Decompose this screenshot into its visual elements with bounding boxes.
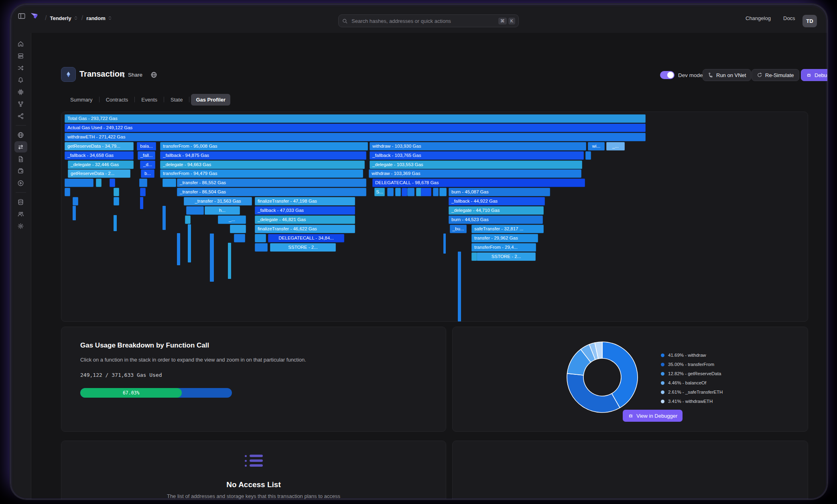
flame-bar[interactable]: transferFrom - 95,008 Gas bbox=[160, 142, 368, 150]
sidebar-item-fork[interactable] bbox=[14, 98, 27, 110]
flame-bar[interactable] bbox=[433, 188, 439, 196]
tenderly-logo-icon[interactable] bbox=[30, 11, 39, 22]
flame-bar[interactable]: _fallback - 47,033 Gas bbox=[255, 206, 355, 215]
flame-bar[interactable] bbox=[185, 215, 191, 224]
sidebar-item-globe[interactable] bbox=[14, 129, 27, 140]
tab-contracts[interactable]: Contracts bbox=[101, 94, 133, 106]
sidebar-item-users[interactable] bbox=[14, 208, 27, 219]
flame-bar[interactable]: bala... bbox=[137, 142, 156, 150]
sidebar-item-gear[interactable] bbox=[14, 220, 27, 232]
tab-state[interactable]: State bbox=[166, 94, 187, 106]
breadcrumb-project[interactable]: random bbox=[86, 15, 106, 21]
flame-bar[interactable]: _delegate - 94,663 Gas bbox=[160, 161, 365, 169]
flame-tail[interactable] bbox=[177, 233, 180, 265]
sidebar-toggle-button[interactable] bbox=[18, 12, 26, 22]
flame-bar[interactable]: burn - 45,087 Gas bbox=[449, 188, 550, 196]
flame-bar[interactable] bbox=[439, 188, 447, 196]
flame-bar[interactable]: _delegate - 32,446 Gas bbox=[68, 161, 134, 169]
run-on-vnet-button[interactable]: Run on VNet bbox=[703, 69, 751, 81]
flame-bar[interactable] bbox=[255, 243, 268, 252]
flame-bar[interactable] bbox=[163, 179, 176, 187]
flame-bar[interactable]: SSTORE - 2... bbox=[477, 252, 536, 261]
flame-bar[interactable]: _... bbox=[606, 142, 625, 150]
flame-bar[interactable]: transferFrom - 94,479 Gas bbox=[160, 169, 363, 178]
flame-bar[interactable]: _transfer - 31,563 Gas bbox=[184, 197, 252, 205]
network-globe-button[interactable] bbox=[150, 71, 157, 80]
flame-bar[interactable]: withdrawETH - 271,422 Gas bbox=[65, 133, 646, 141]
dev-mode-toggle[interactable] bbox=[660, 71, 674, 79]
flame-bar[interactable]: b... bbox=[141, 169, 154, 178]
sidebar-item-file-code[interactable] bbox=[14, 153, 27, 165]
flame-bar[interactable] bbox=[110, 179, 115, 187]
share-button[interactable]: Share bbox=[119, 72, 142, 78]
flame-bar[interactable] bbox=[96, 179, 102, 187]
flame-bar[interactable] bbox=[73, 197, 78, 205]
flame-bar[interactable]: Total Gas - 293,722 Gas bbox=[65, 114, 646, 123]
flame-bar[interactable]: _fallback - 94,875 Gas bbox=[160, 151, 366, 160]
view-in-debugger-button[interactable]: View in Debugger bbox=[623, 410, 683, 422]
flame-tail[interactable] bbox=[228, 243, 231, 279]
flame-tail[interactable] bbox=[140, 197, 143, 209]
flame-bar[interactable]: wi... bbox=[588, 142, 605, 150]
sidebar-item-rows[interactable] bbox=[14, 50, 27, 61]
donut-segment-transferFrom[interactable] bbox=[567, 374, 620, 413]
tab-gas-profiler[interactable]: Gas Profiler bbox=[191, 94, 230, 106]
flame-tail[interactable] bbox=[210, 234, 214, 282]
flame-bar[interactable] bbox=[230, 225, 246, 233]
flame-bar[interactable]: _... bbox=[218, 215, 246, 224]
flame-bar[interactable]: _transfer - 86,552 Gas bbox=[177, 179, 366, 187]
flame-bar[interactable] bbox=[407, 188, 414, 196]
flame-bar[interactable]: _bu... bbox=[450, 225, 467, 233]
sidebar-item-home[interactable] bbox=[14, 38, 27, 49]
flame-bar[interactable]: DELEGATECALL - 98,678 Gas bbox=[372, 179, 585, 187]
sidebar-item-share[interactable] bbox=[14, 110, 27, 122]
tab-events[interactable]: Events bbox=[136, 94, 162, 106]
breadcrumb-org[interactable]: Tenderly bbox=[50, 15, 71, 21]
flame-bar[interactable] bbox=[234, 234, 245, 242]
flame-bar[interactable] bbox=[114, 197, 119, 205]
sidebar-item-cpu[interactable] bbox=[14, 86, 27, 98]
flame-bar[interactable]: _d... bbox=[140, 161, 155, 169]
tab-summary[interactable]: Summary bbox=[65, 94, 98, 106]
flame-bar[interactable]: h... bbox=[205, 206, 240, 215]
flame-bar[interactable]: _fall... bbox=[138, 151, 155, 160]
docs-link[interactable]: Docs bbox=[783, 15, 795, 21]
changelog-link[interactable]: Changelog bbox=[746, 15, 771, 21]
flame-tail[interactable] bbox=[188, 224, 191, 262]
flame-bar[interactable]: S... bbox=[374, 188, 385, 196]
flame-bar[interactable] bbox=[255, 234, 266, 242]
flame-bar[interactable] bbox=[65, 179, 93, 187]
flame-bar[interactable]: transfer - 29,962 Gas bbox=[471, 234, 538, 242]
flame-tail[interactable] bbox=[458, 252, 461, 321]
flame-bar[interactable]: transferFrom - 29,4... bbox=[471, 243, 536, 252]
flame-bar[interactable]: getReserveData - 34,79... bbox=[65, 142, 134, 150]
sidebar-item-play[interactable] bbox=[14, 177, 27, 189]
flame-bar[interactable]: _delegate - 46,821 Gas bbox=[255, 215, 355, 224]
flame-bar[interactable]: DELEGATECALL - 34,84... bbox=[268, 234, 344, 242]
user-avatar[interactable]: TD bbox=[802, 15, 817, 27]
flame-bar[interactable] bbox=[139, 179, 147, 187]
sidebar-item-db[interactable] bbox=[14, 196, 27, 207]
sort-chevrons-icon[interactable] bbox=[108, 16, 112, 20]
flame-bar[interactable]: SSTORE - 2... bbox=[270, 243, 336, 252]
flame-bar[interactable]: withdraw - 103,369 Gas bbox=[369, 169, 581, 178]
flame-bar[interactable] bbox=[585, 151, 591, 160]
flame-bar[interactable] bbox=[471, 252, 477, 261]
flame-tail[interactable] bbox=[114, 215, 117, 231]
resimulate-button[interactable]: Re-Simulate bbox=[752, 69, 799, 81]
global-search[interactable]: ⌘ K bbox=[338, 14, 519, 27]
flame-tail[interactable] bbox=[443, 234, 446, 254]
flame-bar[interactable]: _transfer - 86,504 Gas bbox=[177, 188, 366, 196]
flame-bar[interactable]: _delegate - 44,710 Gas bbox=[449, 206, 544, 215]
flame-bar[interactable] bbox=[387, 188, 394, 196]
flame-bar[interactable] bbox=[395, 188, 401, 196]
flame-bar[interactable]: getReserveData - 2... bbox=[68, 169, 130, 178]
sidebar-item-shuffle[interactable] bbox=[14, 62, 27, 73]
flame-bar[interactable] bbox=[421, 188, 431, 196]
flame-bar[interactable]: finalizeTransfer - 47,198 Gas bbox=[255, 197, 355, 205]
sidebar-item-swap[interactable] bbox=[14, 141, 27, 152]
flame-bar[interactable] bbox=[186, 206, 204, 215]
flame-tail[interactable] bbox=[163, 206, 166, 230]
flame-bar[interactable]: burn - 44,523 Gas bbox=[449, 215, 543, 224]
flame-bar[interactable]: _fallback - 34,658 Gas bbox=[65, 151, 134, 160]
